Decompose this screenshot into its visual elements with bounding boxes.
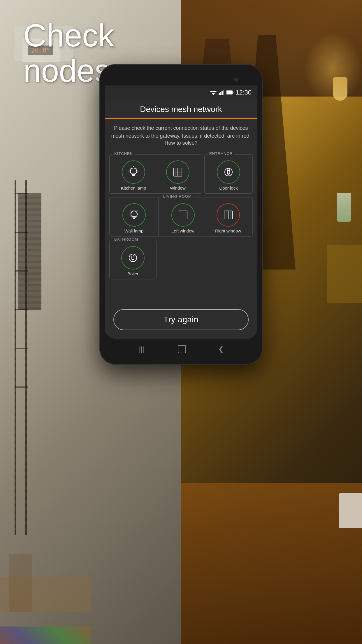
bathroom-label: BATHROOM <box>113 237 140 242</box>
kitchen-label: KITCHEN <box>113 151 135 156</box>
phone-screen: 12:30 Devices mesh network Please check … <box>105 85 257 339</box>
entrance-label: ENTRANCE <box>208 151 234 156</box>
battery-icon <box>226 90 234 94</box>
boiler-icon <box>127 252 139 264</box>
svg-line-14 <box>136 168 137 168</box>
phone-bottom-bar: ||| ❮ <box>105 339 257 359</box>
right-window-icon <box>222 209 234 221</box>
screen-title: Devices mesh network <box>110 105 252 114</box>
device-left-window[interactable]: Left window <box>160 203 205 233</box>
svg-rect-6 <box>222 91 223 95</box>
svg-line-36 <box>131 211 131 211</box>
info-text: Please check the current connection stat… <box>111 125 251 139</box>
kitchen-lamp-label: Kitchen lamp <box>121 186 146 190</box>
left-window-circle <box>171 203 195 227</box>
phone-camera <box>234 78 238 82</box>
try-again-section: Try again <box>105 303 257 339</box>
svg-rect-7 <box>223 90 224 95</box>
left-window-icon <box>177 209 189 221</box>
door-lock-label: Door lock <box>219 186 238 190</box>
bathroom-section: BATHROOM <box>109 240 253 279</box>
nav-back-icon[interactable]: ❮ <box>218 345 224 353</box>
status-bar: 12:30 <box>105 85 257 99</box>
right-window-label: Right window <box>215 228 241 233</box>
svg-line-34 <box>137 211 138 211</box>
device-kitchen-lamp[interactable]: Kitchen lamp <box>111 160 156 190</box>
device-door-lock[interactable]: Door lock <box>206 160 251 190</box>
signal-icon <box>219 90 224 95</box>
boiler-circle <box>121 246 145 270</box>
wall-lamp-icon <box>128 209 140 221</box>
device-kitchen-window[interactable]: Window <box>156 160 200 190</box>
kitchen-window-circle <box>166 160 189 184</box>
svg-rect-10 <box>226 91 232 94</box>
living-room-section: LIVING ROOM <box>158 197 253 237</box>
svg-rect-27 <box>227 170 230 174</box>
status-time: 12:30 <box>236 89 252 96</box>
device-wall-lamp[interactable]: Wall lamp <box>111 203 157 233</box>
svg-rect-9 <box>233 92 233 93</box>
right-window-circle <box>217 203 240 227</box>
svg-rect-54 <box>132 256 134 260</box>
wall-lamp-label: Wall lamp <box>124 228 143 233</box>
left-window-label: Left window <box>171 228 194 233</box>
devices-container: KITCHEN <box>105 151 257 286</box>
phone-frame: 12:30 Devices mesh network Please check … <box>99 64 263 365</box>
wall-lamp-circle <box>122 203 146 227</box>
kitchen-lamp-circle <box>122 160 145 184</box>
svg-line-16 <box>130 168 131 168</box>
boiler-label: Boiler <box>127 271 138 276</box>
try-again-button[interactable]: Try again <box>113 309 249 330</box>
svg-point-11 <box>130 168 137 174</box>
kitchen-section: KITCHEN <box>109 154 202 194</box>
living-room-label: LIVING ROOM <box>161 194 194 199</box>
nav-home-icon[interactable] <box>178 345 186 353</box>
screen-header: Devices mesh network <box>105 99 257 118</box>
device-right-window[interactable]: Right window <box>205 203 251 233</box>
wifi-icon <box>210 90 217 95</box>
wall-lamp-section: Wall lamp <box>109 197 158 237</box>
spacer <box>105 286 257 303</box>
info-box: Please check the current connection stat… <box>105 119 257 151</box>
svg-point-31 <box>131 211 137 217</box>
phone-notch <box>164 69 198 78</box>
lock-icon <box>223 166 234 178</box>
device-boiler[interactable]: Boiler <box>111 246 154 276</box>
svg-rect-4 <box>219 93 220 95</box>
kitchen-window-label: Window <box>170 186 185 190</box>
nav-menu-icon[interactable]: ||| <box>138 345 145 353</box>
phone-top-bar <box>105 69 257 85</box>
svg-rect-5 <box>220 92 221 95</box>
entrance-section: ENTRANCE <box>204 154 253 194</box>
door-lock-circle <box>217 160 240 184</box>
status-icons: 12:30 <box>210 89 252 96</box>
info-link[interactable]: How to solve? <box>164 140 197 146</box>
window-icon <box>172 166 184 178</box>
lamp-icon <box>127 166 140 178</box>
